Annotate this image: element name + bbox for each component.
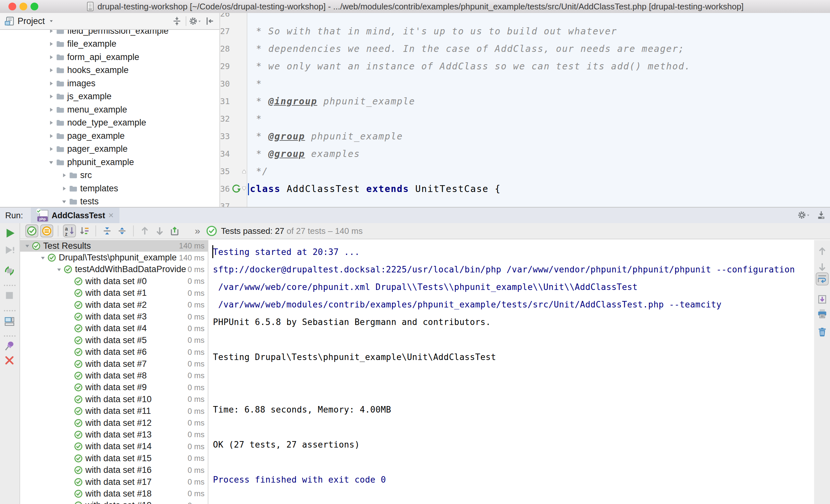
test-tree-item-with-data-set-#7[interactable]: with data set #70 ms xyxy=(20,358,208,370)
expand-node-icon[interactable] xyxy=(46,40,56,47)
project-tree-item-images[interactable]: images xyxy=(0,77,219,90)
collapse-node-icon[interactable] xyxy=(46,159,56,166)
console-line: PHPUnit 6.5.8 by Sebastian Bergmann and … xyxy=(213,313,814,331)
test-tree-item-with-data-set-#14[interactable]: with data set #140 ms xyxy=(20,441,208,452)
settings-button[interactable] xyxy=(798,209,810,221)
test-tree-item-with-data-set-#11[interactable]: with data set #110 ms xyxy=(20,405,208,417)
fold-end-icon[interactable] xyxy=(242,169,247,174)
collapse-node-icon[interactable] xyxy=(38,255,47,261)
test-tree-item-with-data-set-#4[interactable]: with data set #40 ms xyxy=(20,323,208,334)
run-tab-addclasstest[interactable]: php AddClassTest × xyxy=(31,208,120,223)
rerun-button[interactable] xyxy=(4,227,16,239)
soft-wrap-button[interactable] xyxy=(816,272,829,285)
project-tree-item-pager_example[interactable]: pager_example xyxy=(0,143,219,156)
show-passed-button[interactable] xyxy=(25,225,38,237)
expand-node-icon[interactable] xyxy=(46,106,56,113)
close-button[interactable] xyxy=(4,355,16,367)
test-tree-item-with-data-set-#1[interactable]: with data set #10 ms xyxy=(20,288,208,299)
test-tree-item-with-data-set-#18[interactable]: with data set #180 ms xyxy=(20,488,208,500)
test-tree-item-with-data-set-#13[interactable]: with data set #130 ms xyxy=(20,429,208,440)
test-tree-item-with-data-set-#5[interactable]: with data set #50 ms xyxy=(20,334,208,346)
settings-button[interactable] xyxy=(189,15,201,27)
collapse-all-button[interactable] xyxy=(116,225,129,237)
test-tree-item-with-data-set-#16[interactable]: with data set #160 ms xyxy=(20,464,208,476)
test-tree-item-testAddWithBadDataProvider[interactable]: testAddWithBadDataProvider0 ms xyxy=(20,264,208,275)
fold-start-icon[interactable] xyxy=(242,186,247,191)
expand-node-icon[interactable] xyxy=(46,80,56,87)
test-tree-item-with-data-set-#0[interactable]: with data set #00 ms xyxy=(20,275,208,287)
arrow-down-button[interactable] xyxy=(816,261,829,273)
zoom-window-button[interactable] xyxy=(31,3,38,10)
project-panel-title[interactable]: Project xyxy=(18,16,45,26)
test-tree-item-with-data-set-#10[interactable]: with data set #100 ms xyxy=(20,394,208,405)
rerun-failed-tests-button[interactable] xyxy=(4,244,16,257)
stop-button[interactable] xyxy=(4,290,16,302)
test-name: Drupal\Tests\phpunit_example xyxy=(59,253,177,263)
test-tree-item-with-data-set-#12[interactable]: with data set #120 ms xyxy=(20,417,208,429)
expand-node-icon[interactable] xyxy=(46,67,56,74)
project-tree-item-field_permission_example[interactable]: field_permission_example xyxy=(0,30,219,38)
collapse-node-icon[interactable] xyxy=(59,198,69,205)
project-tree-item-page_example[interactable]: page_example xyxy=(0,129,219,143)
project-tree-item-src[interactable]: src xyxy=(0,169,219,182)
restore-layout-button[interactable] xyxy=(4,316,16,328)
expand-node-icon[interactable] xyxy=(59,172,69,179)
test-tree-item-Drupal-Tests-phpunit-example[interactable]: Drupal\Tests\phpunit_example140 ms xyxy=(20,252,208,263)
expand-node-icon[interactable] xyxy=(46,146,56,153)
minimize-window-button[interactable] xyxy=(20,3,27,10)
expand-node-icon[interactable] xyxy=(46,120,56,126)
hide-window-button[interactable] xyxy=(815,209,827,221)
expand-node-icon[interactable] xyxy=(46,93,56,100)
project-tree-item-file_example[interactable]: file_example xyxy=(0,38,219,51)
collapse-all-button[interactable] xyxy=(171,15,183,27)
print-button[interactable] xyxy=(816,307,829,320)
next-occurrence-button[interactable] xyxy=(153,225,166,237)
test-tree-item-with-data-set-#19[interactable]: with data set #190 ms xyxy=(20,500,208,504)
sort-alphabetically-button[interactable]: az xyxy=(63,225,76,237)
project-tree-item-node_type_example[interactable]: node_type_example xyxy=(0,116,219,130)
collapse-node-icon[interactable] xyxy=(23,243,32,249)
project-tree-item-hooks_example[interactable]: hooks_example xyxy=(0,64,219,77)
test-tree-item-with-data-set-#9[interactable]: with data set #90 ms xyxy=(20,382,208,394)
console-line: /var/www/web/modules/contrib/examples/ph… xyxy=(213,296,814,313)
folder-name: images xyxy=(67,78,95,89)
test-tree-item-with-data-set-#17[interactable]: with data set #170 ms xyxy=(20,476,208,488)
project-tree-item-form_api_example[interactable]: form_api_example xyxy=(0,51,219,64)
scroll-to-end-button[interactable] xyxy=(816,293,829,306)
arrow-up-button[interactable] xyxy=(816,245,829,258)
project-tree-item-phpunit_example[interactable]: phpunit_example xyxy=(0,156,219,169)
test-tree-item-with-data-set-#3[interactable]: with data set #30 ms xyxy=(20,311,208,323)
test-tree-item-with-data-set-#15[interactable]: with data set #150 ms xyxy=(20,452,208,464)
project-tree-item-tests[interactable]: tests xyxy=(0,195,219,208)
toolbar-overflow-chevron[interactable]: » xyxy=(195,226,200,236)
folder-name: page_example xyxy=(67,131,125,141)
expand-all-button[interactable] xyxy=(101,225,114,237)
test-tree-item-Test-Results[interactable]: Test Results140 ms xyxy=(20,240,208,252)
test-passed-icon xyxy=(74,289,83,297)
chevron-down-icon[interactable] xyxy=(48,18,55,24)
pin-tab-button[interactable] xyxy=(4,340,16,353)
import-test-results-button[interactable] xyxy=(168,225,181,237)
test-tree-item-with-data-set-#8[interactable]: with data set #80 ms xyxy=(20,370,208,381)
test-tree-item-with-data-set-#6[interactable]: with data set #60 ms xyxy=(20,346,208,358)
run-console[interactable]: Testing started at 20:37 ...sftp://docke… xyxy=(208,240,814,504)
show-ignored-button[interactable] xyxy=(40,225,53,237)
expand-node-icon[interactable] xyxy=(46,30,56,34)
toggle-auto-test-button[interactable] xyxy=(4,265,16,278)
clear-all-button[interactable] xyxy=(816,325,829,338)
project-tree-item-menu_example[interactable]: menu_example xyxy=(0,103,219,116)
test-tree-item-with-data-set-#2[interactable]: with data set #20 ms xyxy=(20,299,208,311)
project-tree-item-js_example[interactable]: js_example xyxy=(0,90,219,103)
close-tab-icon[interactable]: × xyxy=(108,211,114,220)
code-editor[interactable]: 2627 * So with that in mind, it's up to … xyxy=(220,13,830,208)
collapse-node-icon[interactable] xyxy=(55,266,64,273)
close-window-button[interactable] xyxy=(8,3,16,10)
hide-panel-button[interactable] xyxy=(204,15,216,27)
expand-node-icon[interactable] xyxy=(46,133,56,139)
previous-occurrence-button[interactable] xyxy=(138,225,151,237)
project-tree-item-templates[interactable]: templates xyxy=(0,182,219,195)
run-test-icon[interactable] xyxy=(231,183,242,194)
sort-by-duration-button[interactable] xyxy=(78,225,91,237)
expand-node-icon[interactable] xyxy=(46,54,56,61)
expand-node-icon[interactable] xyxy=(59,185,69,192)
